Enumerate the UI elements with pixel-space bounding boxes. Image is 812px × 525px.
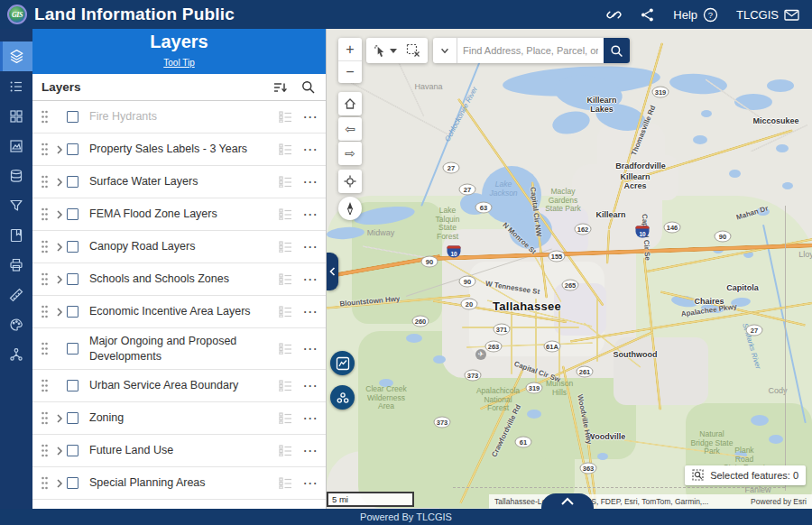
layer-options-icon[interactable]: ··· — [297, 306, 318, 318]
layer-checkbox[interactable] — [67, 241, 78, 253]
layer-options-icon[interactable]: ··· — [297, 176, 318, 189]
search-input[interactable] — [457, 38, 604, 63]
sidebar-item-measure[interactable] — [0, 280, 32, 309]
layer-row[interactable]: FEMA Flood Zone Layers··· — [32, 198, 326, 231]
attribution-toggle-button[interactable] — [541, 493, 594, 509]
layer-options-icon[interactable]: ··· — [297, 445, 318, 457]
compass-button[interactable] — [338, 197, 362, 220]
layer-options-icon[interactable]: ··· — [297, 241, 318, 253]
expand-chevron-icon[interactable] — [51, 144, 67, 155]
sidebar-item-share[interactable] — [0, 339, 32, 369]
sidebar-item-filter[interactable] — [0, 190, 32, 220]
layer-row[interactable]: Fire Hydrants··· — [32, 101, 326, 134]
sidebar-item-draw[interactable] — [0, 309, 32, 339]
back-button[interactable]: ⇦ — [338, 117, 362, 141]
legend-icon[interactable] — [279, 111, 297, 123]
drag-handle-icon[interactable] — [38, 272, 51, 286]
share-icon[interactable] — [640, 7, 655, 23]
layer-row[interactable]: Zoning··· — [32, 402, 326, 435]
search-source-dropdown-button[interactable] — [433, 38, 457, 63]
sort-options-icon[interactable] — [273, 81, 288, 94]
drag-handle-icon[interactable] — [38, 110, 51, 124]
legend-icon[interactable] — [279, 208, 297, 220]
contact-link[interactable]: TLCGIS — [736, 7, 799, 23]
layer-options-icon[interactable]: ··· — [297, 477, 318, 490]
layer-row[interactable]: Major Ongoing and Proposed Developments·… — [32, 328, 326, 370]
chart-fab-button[interactable] — [330, 351, 355, 375]
drag-handle-icon[interactable] — [38, 342, 51, 355]
panel-collapse-button[interactable] — [327, 253, 338, 290]
layer-options-icon[interactable]: ··· — [297, 273, 318, 286]
layer-options-icon[interactable]: ··· — [297, 343, 318, 355]
sidebar-item-print[interactable] — [0, 250, 32, 280]
layer-checkbox[interactable] — [67, 143, 78, 155]
sidebar-item-legend[interactable] — [0, 71, 32, 101]
expand-chevron-icon[interactable] — [51, 413, 67, 424]
sidebar-item-data[interactable] — [0, 161, 32, 190]
sidebar-item-basemap[interactable] — [0, 131, 32, 161]
sidebar-item-apps[interactable] — [0, 101, 32, 131]
legend-icon[interactable] — [279, 445, 297, 456]
legend-icon[interactable] — [279, 241, 297, 253]
layer-checkbox[interactable] — [67, 477, 78, 489]
layer-options-icon[interactable]: ··· — [297, 412, 318, 425]
forward-button[interactable]: ⇨ — [338, 142, 362, 165]
layer-options-icon[interactable]: ··· — [297, 208, 318, 221]
layer-checkbox[interactable] — [67, 445, 78, 456]
legend-icon[interactable] — [279, 412, 297, 424]
layer-checkbox[interactable] — [67, 273, 78, 285]
drag-handle-icon[interactable] — [38, 411, 51, 425]
layer-row[interactable]: Surface Water Layers··· — [32, 166, 326, 198]
search-button[interactable] — [604, 38, 630, 63]
clear-selection-button[interactable] — [401, 38, 425, 63]
sidebar-item-bookmarks[interactable] — [0, 220, 32, 250]
drag-handle-icon[interactable] — [38, 143, 51, 156]
legend-icon[interactable] — [279, 306, 297, 318]
layer-row[interactable]: Economic Incentive Area Layers··· — [32, 296, 326, 328]
layer-row[interactable]: Property Sales Labels - 3 Years··· — [32, 134, 326, 166]
drag-handle-icon[interactable] — [38, 379, 51, 392]
layer-checkbox[interactable] — [67, 412, 78, 424]
layer-row[interactable]: Special Planning Areas··· — [32, 467, 326, 500]
select-tool-button[interactable] — [369, 38, 401, 63]
zoom-in-button[interactable]: + — [338, 38, 362, 60]
layer-checkbox[interactable] — [67, 306, 78, 318]
groups-fab-button[interactable] — [330, 385, 355, 410]
legend-icon[interactable] — [279, 380, 297, 391]
legend-icon[interactable] — [279, 143, 297, 155]
drag-handle-icon[interactable] — [38, 305, 51, 318]
locate-button[interactable] — [338, 170, 362, 193]
layer-checkbox[interactable] — [67, 208, 78, 220]
legend-icon[interactable] — [279, 176, 297, 188]
home-button[interactable] — [338, 92, 362, 115]
help-link[interactable]: Help ? — [673, 7, 718, 23]
layer-checkbox[interactable] — [67, 111, 78, 123]
layer-checkbox[interactable] — [67, 380, 78, 391]
layer-row[interactable]: Future Land Use··· — [32, 435, 326, 467]
layer-row[interactable]: Urban Service Area Boundary··· — [32, 370, 326, 402]
map-canvas[interactable]: TallahasseeKillearn LakesMiccosukeeBradf… — [327, 29, 812, 509]
selected-features-badge[interactable]: Selected features: 0 — [685, 465, 806, 485]
layer-checkbox[interactable] — [67, 176, 78, 188]
link-icon[interactable] — [606, 7, 622, 23]
drag-handle-icon[interactable] — [38, 175, 51, 189]
layer-options-icon[interactable]: ··· — [297, 380, 318, 392]
expand-chevron-icon[interactable] — [51, 307, 67, 318]
layer-row[interactable]: Schools and Schools Zones··· — [32, 263, 326, 296]
expand-chevron-icon[interactable] — [51, 177, 67, 188]
legend-icon[interactable] — [279, 477, 297, 489]
layer-search-icon[interactable] — [301, 80, 315, 94]
expand-chevron-icon[interactable] — [51, 446, 67, 456]
layer-options-icon[interactable]: ··· — [297, 143, 318, 156]
layer-checkbox[interactable] — [67, 343, 78, 355]
expand-chevron-icon[interactable] — [51, 209, 67, 220]
drag-handle-icon[interactable] — [38, 444, 51, 457]
legend-icon[interactable] — [279, 273, 297, 285]
layer-options-icon[interactable]: ··· — [297, 111, 318, 124]
expand-chevron-icon[interactable] — [51, 274, 67, 285]
legend-icon[interactable] — [279, 343, 297, 355]
sidebar-item-layers[interactable] — [0, 41, 32, 71]
drag-handle-icon[interactable] — [38, 207, 51, 221]
expand-chevron-icon[interactable] — [51, 478, 67, 489]
tooltip-link[interactable]: Tool Tip — [163, 58, 194, 68]
